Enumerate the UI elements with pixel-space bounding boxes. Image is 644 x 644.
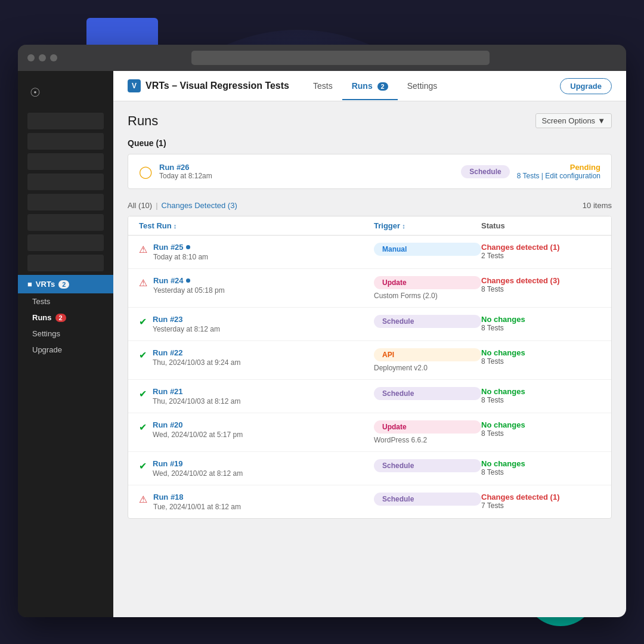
tab-settings[interactable]: Settings <box>398 73 447 100</box>
filter-all[interactable]: All (10) <box>128 201 152 210</box>
run-cell: ⚠ Run #18 Tue, 2024/10/01 at 8:12 am <box>139 493 374 511</box>
run-link[interactable]: Run #25 <box>153 243 208 252</box>
tab-tests[interactable]: Tests <box>304 73 342 100</box>
tab-settings-label: Settings <box>407 81 438 91</box>
wp-sidebar: ☉ ■ VRTs 2 Tests Runs 2 <box>18 71 113 617</box>
run-info: Run #22 Thu, 2024/10/03 at 9:24 am <box>153 348 240 367</box>
trigger-badge: Schedule <box>374 315 481 328</box>
status-tests: 8 Tests <box>481 396 600 404</box>
sidebar-item-upgrade[interactable]: Upgrade <box>23 342 113 358</box>
queue-status-label: Pending <box>517 163 600 172</box>
status-tests: 7 Tests <box>481 501 600 510</box>
run-link[interactable]: Run #20 <box>153 420 243 429</box>
maximize-dot <box>50 54 57 61</box>
trigger-badge: Schedule <box>374 493 481 506</box>
success-icon: ✔ <box>139 388 147 400</box>
status-tests: 8 Tests <box>481 357 600 366</box>
tab-runs[interactable]: Runs 2 <box>342 73 398 100</box>
window-controls <box>27 54 57 61</box>
trigger-badge: Schedule <box>374 459 481 472</box>
status-tests: 2 Tests <box>481 252 600 260</box>
main-content-area: V VRTs – Visual Regression Tests Tests R… <box>113 71 626 617</box>
table-row: ✔ Run #21 Thu, 2024/10/03 at 8:12 am Sch… <box>128 380 611 413</box>
status-label: Changes detected (1) <box>481 493 600 501</box>
sidebar-item-vrts[interactable]: ■ VRTs 2 <box>18 275 113 293</box>
th-test-run[interactable]: Test Run <box>139 221 374 230</box>
table-row: ⚠ Run #25 Today at 8:10 am Manual Change… <box>128 236 611 269</box>
trigger-badge: API <box>374 348 481 361</box>
sidebar-upgrade-label: Upgrade <box>32 345 62 354</box>
trigger-badge: Update <box>374 276 481 289</box>
sidebar-runs-badge: 2 <box>55 314 66 322</box>
trigger-cell: Manual <box>374 243 481 256</box>
run-info: Run #18 Tue, 2024/10/01 at 8:12 am <box>153 493 241 511</box>
filter-changes-detected[interactable]: Changes Detected (3) <box>162 201 237 210</box>
status-label: No changes <box>481 348 600 357</box>
run-link[interactable]: Run #19 <box>153 459 243 468</box>
all-runs-header: All (10) | Changes Detected (3) 10 items <box>128 201 612 210</box>
trigger-cell: Update WordPress 6.6.2 <box>374 420 481 444</box>
success-icon: ✔ <box>139 316 147 327</box>
sidebar-runs-label: Runs <box>32 313 52 322</box>
sidebar-tests-label: Tests <box>32 297 50 306</box>
sidebar-item-settings[interactable]: Settings <box>23 326 113 342</box>
sidebar-item-runs[interactable]: Runs 2 <box>23 309 113 326</box>
queue-status-links[interactable]: 8 Tests | Edit configuration <box>517 172 600 180</box>
status-cell: Changes detected (1) 2 Tests <box>481 243 600 260</box>
plugin-header: V VRTs – Visual Regression Tests Tests R… <box>113 71 626 101</box>
sidebar-menu-item <box>27 133 104 150</box>
run-link[interactable]: Run #24 <box>153 276 225 285</box>
success-icon: ✔ <box>139 460 147 472</box>
run-link[interactable]: Run #23 <box>153 315 220 324</box>
status-cell: No changes 8 Tests <box>481 387 600 404</box>
queue-run-name[interactable]: Run #26 <box>159 163 454 172</box>
sidebar-menu-item <box>27 174 104 190</box>
sidebar-vrt-label: VRTs <box>36 280 55 289</box>
run-info: Run #20 Wed, 2024/10/02 at 5:17 pm <box>153 420 243 439</box>
run-info: Run #25 Today at 8:10 am <box>153 243 208 261</box>
sidebar-settings-label: Settings <box>32 329 60 338</box>
plugin-logo-icon: V <box>128 79 141 92</box>
status-label: No changes <box>481 315 600 324</box>
run-info: Run #24 Yesterday at 05:18 pm <box>153 276 225 295</box>
page-title-row: Runs Screen Options ▼ <box>128 113 612 129</box>
table-row: ✔ Run #23 Yesterday at 8:12 am Schedule … <box>128 308 611 341</box>
run-time: Wed, 2024/10/02 at 8:12 am <box>153 469 243 478</box>
trigger-sub-label: Deployment v2.0 <box>374 364 481 372</box>
error-icon: ⚠ <box>139 244 147 255</box>
sidebar-item-tests[interactable]: Tests <box>23 293 113 309</box>
th-status: Status <box>481 221 600 230</box>
sidebar-vrt-badge: 2 <box>58 280 69 289</box>
status-cell: Changes detected (3) 8 Tests <box>481 276 600 293</box>
url-bar[interactable] <box>191 51 490 65</box>
trigger-cell: Update Custom Forms (2.0) <box>374 276 481 300</box>
plugin-logo: V VRTs – Visual Regression Tests <box>128 71 289 101</box>
run-link[interactable]: Run #18 <box>153 493 241 501</box>
status-tests: 8 Tests <box>481 324 600 332</box>
run-info: Run #23 Yesterday at 8:12 am <box>153 315 220 333</box>
table-row: ✔ Run #19 Wed, 2024/10/02 at 8:12 am Sch… <box>128 452 611 485</box>
sidebar-sub-menu: Tests Runs 2 Settings Upgrade <box>18 293 113 358</box>
new-dot <box>186 278 190 283</box>
run-link[interactable]: Run #22 <box>153 348 240 357</box>
run-info: Run #19 Wed, 2024/10/02 at 8:12 am <box>153 459 243 478</box>
screen-options-button[interactable]: Screen Options ▼ <box>535 113 612 128</box>
runs-table: Test Run Trigger Status ⚠ Run #25 Today … <box>128 216 612 519</box>
run-cell: ⚠ Run #25 Today at 8:10 am <box>139 243 374 261</box>
status-label: No changes <box>481 459 600 468</box>
th-trigger[interactable]: Trigger <box>374 221 481 230</box>
sidebar-menu-item <box>27 153 104 170</box>
run-time: Yesterday at 05:18 pm <box>153 286 225 295</box>
run-link[interactable]: Run #21 <box>153 387 240 396</box>
status-label: No changes <box>481 387 600 396</box>
status-label: Changes detected (1) <box>481 243 600 252</box>
status-cell: No changes 8 Tests <box>481 315 600 332</box>
trigger-badge: Update <box>374 420 481 434</box>
pending-clock-icon: ◯ <box>139 165 152 179</box>
upgrade-button[interactable]: Upgrade <box>560 78 612 94</box>
screen-options-label: Screen Options <box>542 116 596 125</box>
runs-list: ⚠ Run #25 Today at 8:10 am Manual Change… <box>128 236 611 518</box>
chevron-down-icon: ▼ <box>597 116 605 125</box>
sidebar-menu-item <box>27 113 104 129</box>
browser-body: ☉ ■ VRTs 2 Tests Runs 2 <box>18 71 626 617</box>
